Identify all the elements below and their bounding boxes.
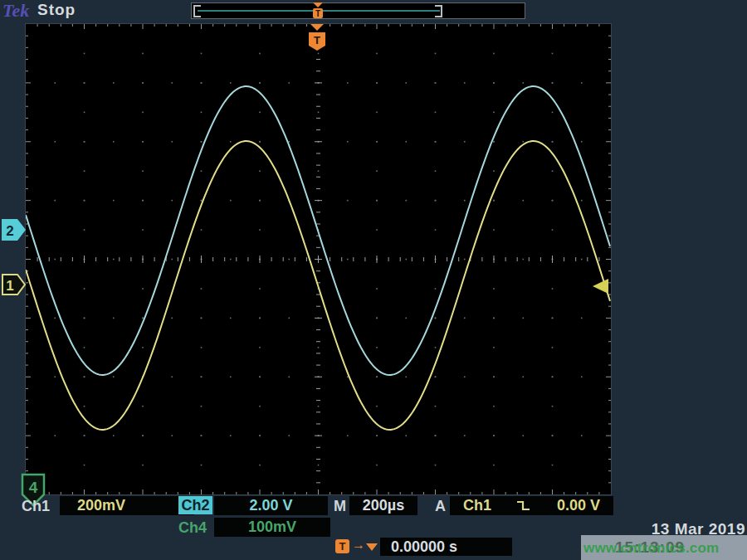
trigger-delay-arrow-icon: → — [352, 538, 365, 553]
grid-and-waves-svg — [26, 24, 611, 494]
trigger-source: Ch1 — [463, 496, 491, 515]
acquisition-state: Stop — [37, 1, 76, 19]
ch2-selected-tab: Ch2 — [178, 496, 212, 514]
ch1-waveform — [26, 141, 610, 430]
ch4-label: Ch4 — [178, 519, 207, 537]
graticule — [25, 23, 612, 495]
trigger-level-arrow-icon — [591, 278, 609, 295]
trigger-delay-readout: 0.00000 s — [380, 538, 512, 556]
svg-text:T: T — [315, 9, 320, 18]
ch1-label: Ch1 — [22, 498, 50, 515]
trigger-mode-label: A — [435, 498, 446, 515]
svg-text:2: 2 — [6, 223, 13, 239]
ch1-position-marker: 1 — [2, 273, 27, 296]
ch2-scale-readout: 2.00 V — [214, 496, 328, 515]
trigger-readout: Ch1 0.00 V — [450, 496, 613, 515]
falling-edge-icon — [516, 499, 531, 512]
svg-text:4: 4 — [29, 479, 38, 496]
trigger-delay-t-icon: T — [335, 539, 349, 553]
trigger-position-marker-icon: T — [306, 24, 328, 51]
record-view-bar: T — [191, 2, 525, 19]
trigger-delay-down-triangle-icon — [366, 543, 378, 551]
record-trigger-position-icon: T — [311, 2, 325, 19]
tek-logo: Tek — [2, 0, 29, 22]
oscilloscope-screen: Tek Stop T T 2 1 4 Ch1 200mV Ch2 2.00 — [0, 0, 747, 560]
ch4-scale-readout: 100mV — [214, 518, 330, 537]
watermark-text: www.cntronics.com — [583, 540, 719, 557]
ch1-scale-readout: 200mV — [60, 496, 194, 515]
svg-text:1: 1 — [6, 278, 13, 294]
svg-text:T: T — [314, 34, 320, 46]
trigger-level: 0.00 V — [557, 496, 600, 515]
timebase-label: M — [334, 498, 346, 515]
ch2-position-marker: 2 — [2, 218, 27, 241]
timebase-readout: 200µs — [349, 496, 417, 515]
